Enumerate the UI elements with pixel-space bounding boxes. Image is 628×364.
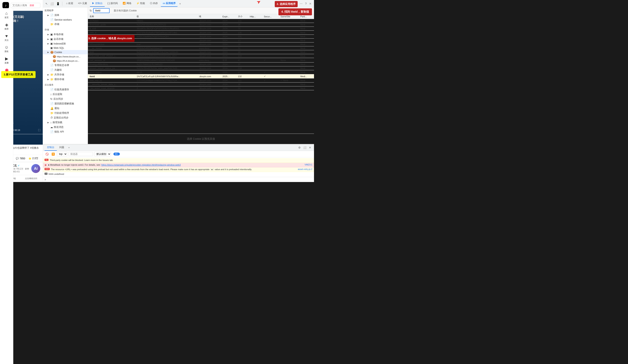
col-expiry[interactable]: Expir... [221, 14, 236, 19]
table-row[interactable]: odin_tt b2372f3c91ebd5d79bf2af0bae109714… [88, 31, 314, 35]
tab-welcome[interactable]: ⌂ 欢迎 [64, 0, 75, 7]
tree-item-manifest[interactable]: ▶ 📄 清单 [43, 13, 88, 18]
tab-console-bottom[interactable]: 控制台 [45, 144, 57, 151]
table-row-ttwid[interactable]: ttwid 1%7CaP2LxFzy8-5JR4XNMY97bJ9J6Rw...… [88, 74, 314, 78]
close-btn[interactable]: ✕ [308, 1, 312, 6]
refresh-button[interactable]: ↻ [89, 9, 92, 12]
tree-item-indexeddb[interactable]: ▶ ▣ IndexedDB [43, 42, 88, 46]
tab-sources[interactable]: { } 源代码 [105, 0, 120, 7]
table-row[interactable]: tt_scid 36swK5s.SkUQFvQFGPZ808znUMuB003.… [88, 27, 314, 31]
console-dock-btn[interactable]: ⬜ [302, 145, 308, 150]
msg-location-2[interactable]: VM23:1 [305, 163, 312, 166]
tree-item-cache-storage[interactable]: ▶ 📁 缓存存储 [43, 77, 88, 82]
tree-item-notifications[interactable]: 🔔 通知 [43, 106, 88, 111]
tree-item-private-token[interactable]: 📄 专用状态令牌 [43, 63, 88, 68]
tree-item-bg-fetch[interactable]: ↕ 后台提取 [43, 92, 88, 97]
db-icon: ▣ [50, 38, 53, 41]
add-tab-btn[interactable]: + [178, 1, 182, 6]
tree-item-bg-sync[interactable]: ↻ 后台同步 [43, 97, 88, 101]
col-http[interactable]: Http... [248, 14, 262, 19]
fullscreen-icon[interactable]: ⛶ [38, 129, 40, 131]
more-options-btn[interactable]: ⋯ [299, 1, 303, 6]
table-row[interactable]: bd_ticket_guard_client_d evliZC10aWNrZXQ… [88, 35, 314, 39]
log-level-select[interactable]: 默认级别 [94, 152, 111, 156]
context-select[interactable]: top [57, 152, 67, 156]
inspect-tool[interactable]: ⬜ [50, 1, 55, 6]
tree-item-web-sql[interactable]: ▣ Web SQL [43, 46, 88, 50]
nav-recommend[interactable]: ◈ 推荐 [0, 21, 13, 32]
tree-item-periodic-sync[interactable]: ⏱ 定期后台同步 [43, 116, 88, 120]
tree-item-local-storage[interactable]: ▶ ▣ 本地存储 [43, 32, 88, 37]
msg-location-3[interactable]: asset-retry.js:2 [298, 168, 312, 170]
tree-item-douyin-www[interactable]: 🍪 https://www.douyin.co... [43, 54, 88, 59]
tab-memory[interactable]: ◎ 内存 [148, 0, 160, 7]
col-name[interactable]: 名称 [88, 14, 135, 19]
table-row[interactable]: store-region cn-sh .douyin.com 2025... 1… [88, 70, 314, 74]
continue-visit-btn[interactable]: 点击继续访问 [24, 177, 38, 180]
tab-performance[interactable]: ⚡ 性能 [134, 0, 147, 7]
help-btn[interactable]: ? [304, 1, 308, 6]
console-input[interactable] [47, 178, 312, 181]
console-ban-btn[interactable]: 🚫 [45, 152, 50, 156]
col-size[interactable]: 大小 [236, 14, 248, 19]
table-row[interactable]: csrf_session_id 159f31264bb1a6de37d290f5… [88, 58, 314, 62]
col-domain[interactable]: 域 [197, 14, 221, 19]
tree-item-session-storage[interactable]: ▶ ▣ 会话存储 [43, 37, 88, 42]
tab-application[interactable]: ▭ 应用程序 [161, 0, 177, 7]
metamask-link[interactable]: https://docs.metamask.io/guide/provider-… [101, 164, 181, 166]
tree-item-prefetch[interactable]: ▶ ↕ 推理加载 [43, 120, 88, 125]
cookie-filter-input[interactable] [93, 8, 110, 13]
search-bar[interactable]: 搜索 [11, 3, 40, 8]
star-button[interactable]: ⭐ 2.3万 [28, 157, 38, 160]
ai-badge[interactable]: Ai [31, 164, 40, 173]
tree-item-interest[interactable]: 📄 兴趣组 [43, 68, 88, 72]
table-row[interactable]: __ac_nonce 065b8e54f009ab0bbae19 www.dou… [88, 46, 314, 50]
table-row[interactable]: IsDouyinActive true .douyin.com 2024... … [88, 43, 314, 46]
console-filter-input[interactable] [69, 152, 93, 156]
tab-network[interactable]: 📶 网络 [121, 0, 133, 7]
console-filter-btn[interactable]: 🔽 [51, 152, 56, 156]
table-row[interactable]: ttcid 5e55da9916614c64ad704c23ac7d35fe40… [88, 50, 314, 54]
col-secure[interactable]: Secur... [262, 14, 279, 19]
table-row[interactable]: download_guide %222%F20240130%2F0%22 .do… [88, 23, 314, 27]
tree-item-cookie[interactable]: ▶ 🍪 Cookie [43, 50, 88, 54]
table-row[interactable]: FOLLOW_LIVE_POINT_l... %22MS4wLjABAAAsnX… [88, 54, 314, 58]
tree-item-shared-storage[interactable]: ▶ 📁 共享存储 [43, 72, 88, 77]
tree-item-report-api[interactable]: 📄 报告 API [43, 129, 88, 134]
cell-name: download_guide [88, 23, 135, 27]
table-row[interactable]: strategyABtestKey %221706601175.244%22 .… [88, 62, 314, 66]
console-settings-btn[interactable]: ⚙ [297, 145, 302, 150]
nav-home[interactable]: ⌂ 首页 [0, 10, 13, 20]
tree-item-douyin-lf[interactable]: 🍪 https://lf-zt.douyin.co... [43, 59, 88, 63]
col-samesite[interactable]: SameSite [279, 14, 299, 19]
table-row[interactable]: ssid_ucp_v1 1.0.0-KGJmMjdhYmM2NTk1ZTMyZT… [88, 78, 314, 82]
console-close-btn[interactable]: ✕ [308, 145, 312, 150]
tab-issues[interactable]: 问题 [57, 144, 67, 151]
tree-item-push-msg[interactable]: ☁ 推送消息 [43, 125, 88, 129]
tree-item-bounce-tracking[interactable]: 📄 退回跟踪缓解措施 [43, 101, 88, 106]
comment-button[interactable]: 💬 7850 [16, 157, 25, 160]
col-value[interactable]: 值 [135, 14, 197, 19]
nav-friends[interactable]: ☺ 朋友 [0, 44, 13, 54]
table-row[interactable]: _bd_ticket_crypt_doamin 2 .douyin.com 20… [88, 86, 314, 90]
nav-follow[interactable]: ♥ 关注 [0, 32, 13, 43]
tab-console[interactable]: ▶ 控制台 [90, 0, 104, 7]
table-row[interactable]: msToken Nf56G... .douyin.com 2024... 131… [88, 19, 314, 23]
pointer-tool[interactable]: ↖ [45, 1, 49, 6]
search-input[interactable] [12, 4, 29, 7]
col-parti[interactable]: Parti... [299, 14, 314, 19]
nav-live[interactable]: ▶ 直播 [0, 55, 13, 65]
cell-parti: Medi... [299, 62, 314, 66]
table-row[interactable]: stream_player_status_pa... %22%7B%5C%22i… [88, 66, 314, 70]
tab-elements[interactable]: </> 元素 [76, 0, 89, 7]
tree-item-service-workers[interactable]: 📄 Service workers [43, 18, 88, 22]
tree-item-payment[interactable]: 📁 付款处理程序 [43, 111, 88, 116]
tree-item-storage[interactable]: 📁 存储 [43, 22, 88, 27]
search-button[interactable]: 搜索 [30, 4, 34, 7]
device-tool[interactable]: 📱 [55, 1, 61, 6]
table-row[interactable]: __security_server_data_s... 1 .douyin.co… [88, 82, 314, 86]
cell-parti: Medi... [299, 35, 314, 39]
tree-item-cache-back[interactable]: 📄 往返高速缓存 [43, 87, 88, 92]
table-row[interactable]: .douyin.com 2024... 13 Medi... [88, 39, 314, 43]
add-tab-console[interactable]: + [67, 145, 71, 150]
